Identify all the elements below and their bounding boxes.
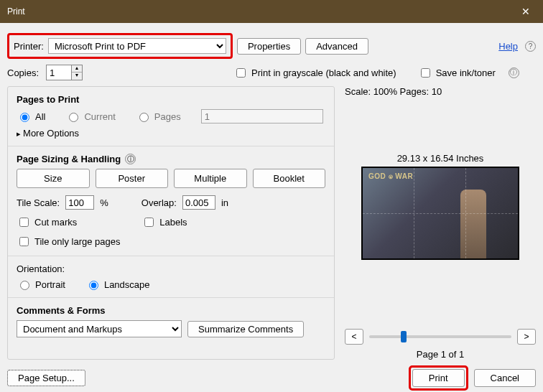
- tile-scale-label: Tile Scale:: [17, 197, 60, 208]
- copies-down-icon[interactable]: ▼: [72, 73, 82, 80]
- copies-input[interactable]: [47, 65, 71, 80]
- pages-to-print-title: Pages to Print: [17, 94, 325, 105]
- pages-all-radio[interactable]: [20, 113, 29, 122]
- labels-checkbox[interactable]: [144, 218, 154, 227]
- tab-size[interactable]: Size: [17, 169, 90, 188]
- info-icon[interactable]: ⓘ: [125, 154, 136, 164]
- printer-select[interactable]: Microsoft Print to PDF: [48, 38, 226, 54]
- titlebar: Print ✕: [0, 0, 543, 23]
- portrait-option[interactable]: Portrait: [17, 279, 65, 290]
- overlap-input[interactable]: [182, 195, 215, 210]
- copies-label: Copies:: [7, 67, 39, 78]
- grayscale-option[interactable]: Print in grayscale (black and white): [233, 66, 396, 80]
- sizing-section: Page Sizing & Handlingⓘ Size Poster Mult…: [8, 148, 334, 254]
- pages-current-option[interactable]: Current: [65, 111, 115, 122]
- tab-multiple[interactable]: Multiple: [174, 169, 247, 188]
- advanced-button[interactable]: Advanced: [305, 38, 368, 55]
- overlap-label: Overlap:: [141, 197, 177, 208]
- help-icon[interactable]: ?: [525, 41, 536, 52]
- copies-spinner[interactable]: ▲ ▼: [46, 65, 83, 80]
- cutmarks-checkbox[interactable]: [19, 218, 29, 227]
- scale-pages-info: Scale: 100% Pages: 10: [345, 86, 536, 97]
- cutmarks-option[interactable]: Cut marks: [17, 215, 77, 229]
- landscape-option[interactable]: Landscape: [85, 279, 150, 290]
- comments-title: Comments & Forms: [17, 305, 325, 316]
- info-icon[interactable]: ⓘ: [509, 67, 519, 78]
- tileonly-checkbox[interactable]: [19, 237, 29, 246]
- saveink-checkbox[interactable]: [421, 68, 430, 78]
- print-preview: GOD ⍟ WAR: [361, 167, 519, 260]
- comments-section: Comments & Forms Document and Markups Su…: [8, 299, 334, 343]
- page-setup-button[interactable]: Page Setup...: [7, 370, 85, 386]
- preview-logo: GOD ⍟ WAR: [368, 172, 413, 180]
- landscape-radio[interactable]: [89, 281, 98, 290]
- print-button[interactable]: Print: [412, 369, 465, 387]
- orientation-title: Orientation:: [17, 263, 325, 274]
- orientation-section: Orientation: Portrait Landscape: [8, 258, 334, 296]
- pages-range-option[interactable]: Pages: [136, 111, 181, 122]
- summarize-button[interactable]: Summarize Comments: [187, 321, 304, 337]
- more-options-toggle[interactable]: More Options: [17, 128, 325, 139]
- tab-booklet[interactable]: Booklet: [253, 169, 326, 188]
- close-icon[interactable]: ✕: [516, 3, 536, 20]
- pages-range-radio[interactable]: [139, 113, 149, 122]
- properties-button[interactable]: Properties: [237, 38, 301, 55]
- help-link[interactable]: Help: [498, 41, 518, 52]
- tab-poster[interactable]: Poster: [96, 169, 169, 188]
- portrait-radio[interactable]: [20, 281, 29, 290]
- prev-page-button[interactable]: <: [345, 329, 363, 345]
- pages-current-radio[interactable]: [69, 113, 78, 122]
- cancel-button[interactable]: Cancel: [474, 369, 536, 387]
- grayscale-checkbox[interactable]: [236, 68, 246, 78]
- printer-highlight: Printer: Microsoft Print to PDF: [7, 33, 233, 59]
- printer-label: Printer:: [14, 41, 44, 52]
- labels-option[interactable]: Labels: [141, 215, 187, 229]
- next-page-button[interactable]: >: [517, 329, 536, 345]
- dimensions-label: 29.13 x 16.54 Inches: [345, 153, 536, 164]
- pct-label: %: [100, 197, 108, 208]
- slider-thumb[interactable]: [401, 331, 407, 342]
- tile-scale-input[interactable]: [65, 195, 94, 210]
- pages-range-input[interactable]: [201, 109, 323, 123]
- page-slider[interactable]: [369, 335, 511, 338]
- window-title: Print: [7, 6, 25, 17]
- page-indicator: Page 1 of 1: [345, 349, 536, 360]
- copies-up-icon[interactable]: ▲: [72, 65, 82, 73]
- comments-select[interactable]: Document and Markups: [17, 320, 182, 337]
- pages-all-option[interactable]: All: [17, 111, 45, 122]
- print-button-highlight: Print: [409, 365, 468, 391]
- tileonly-option[interactable]: Tile only large pages: [17, 235, 325, 248]
- pages-to-print-section: Pages to Print All Current Pages More Op…: [8, 88, 334, 144]
- in-label: in: [221, 197, 228, 208]
- saveink-option[interactable]: Save ink/toner: [418, 66, 496, 80]
- sizing-title: Page Sizing & Handlingⓘ: [17, 154, 325, 164]
